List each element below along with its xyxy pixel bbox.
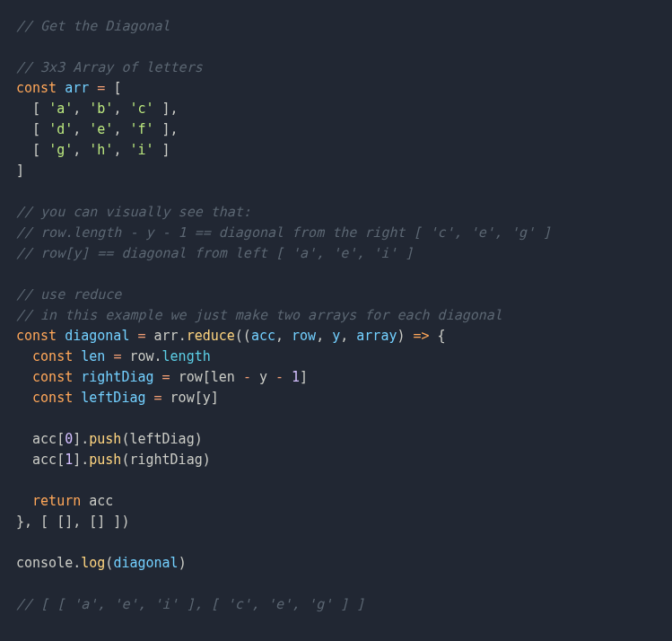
string: 'i' [129, 142, 153, 158]
operator-minus: - [243, 369, 251, 385]
bracket: ] [16, 162, 24, 179]
comment: // Get the Diagonal [16, 18, 170, 34]
row-close: ], [154, 121, 179, 137]
comma: , [73, 142, 89, 158]
arrow: => [414, 328, 430, 344]
string: 'c' [129, 101, 153, 117]
comma: , [113, 142, 129, 158]
row-open: [ [16, 101, 48, 117]
identifier: acc [32, 431, 57, 447]
property-length: length [162, 348, 211, 364]
method-push: push [89, 452, 121, 468]
comma: , [113, 101, 129, 117]
number: 1 [292, 369, 300, 385]
number: 1 [65, 452, 73, 468]
identifier-arr: arr [65, 80, 89, 96]
comment: // [ [ 'a', 'e', 'i' ], [ 'c', 'e', 'g' … [16, 596, 364, 612]
param-row: row [292, 328, 316, 344]
operator-minus: - [275, 369, 284, 385]
operator-equals: = [97, 80, 105, 96]
param-acc: acc [251, 328, 275, 344]
keyword-return: return [32, 493, 81, 509]
row-open: [ [16, 121, 48, 137]
identifier-diagonal: diagonal [65, 328, 129, 344]
keyword-const: const [32, 369, 73, 385]
identifier: leftDiag [129, 431, 194, 447]
number: 0 [65, 431, 73, 447]
string: 'f' [129, 121, 153, 137]
identifier: y [259, 369, 267, 385]
comment: // 3x3 Array of letters [16, 59, 203, 75]
method-reduce: reduce [187, 328, 235, 344]
identifier: acc [32, 452, 57, 468]
identifier-len: len [81, 348, 105, 364]
row-close: ], [154, 101, 179, 117]
identifier-diagonal: diagonal [113, 555, 178, 571]
identifier: y [203, 390, 211, 406]
comma: , [73, 101, 89, 117]
operator-equals: = [162, 369, 170, 385]
string: 'h' [89, 142, 113, 158]
identifier-leftdiag: leftDiag [81, 390, 145, 406]
comma: , [73, 121, 89, 137]
identifier-rightdiag: rightDiag [81, 369, 153, 385]
string: 'e' [89, 121, 113, 137]
identifier: row [129, 348, 153, 364]
comment: // row.length - y - 1 == diagonal from t… [16, 224, 551, 241]
method-log: log [81, 555, 105, 571]
identifier: row [179, 369, 203, 385]
param-array: array [356, 328, 397, 344]
keyword-const: const [16, 328, 57, 344]
comma: , [113, 121, 129, 137]
keyword-const: const [16, 80, 57, 96]
code-block: // Get the Diagonal // 3x3 Array of lett… [16, 16, 656, 615]
method-push: push [89, 431, 121, 447]
row-close: ] [154, 142, 170, 158]
identifier: len [211, 369, 235, 385]
operator-equals: = [154, 390, 162, 406]
identifier: acc [89, 493, 113, 509]
identifier: arr [154, 328, 179, 344]
string: 'b' [89, 101, 113, 117]
identifier-console: console [16, 555, 73, 571]
param-y: y [332, 328, 340, 344]
comment: // row[y] == diagonal from left [ 'a', '… [16, 245, 414, 261]
row-open: [ [16, 142, 48, 158]
string: 'd' [48, 121, 73, 137]
bracket: [ [113, 80, 121, 96]
keyword-const: const [32, 348, 73, 364]
identifier: row [170, 390, 195, 406]
identifier: rightDiag [129, 452, 202, 468]
operator-equals: = [113, 348, 121, 364]
keyword-const: const [32, 390, 73, 406]
comment: // you can visually see that: [16, 204, 251, 220]
operator-equals: = [137, 328, 145, 344]
string: 'a' [48, 101, 73, 117]
string: 'g' [48, 142, 73, 158]
comment: // use reduce [16, 286, 121, 303]
comment: // in this example we just make two arra… [16, 307, 502, 323]
